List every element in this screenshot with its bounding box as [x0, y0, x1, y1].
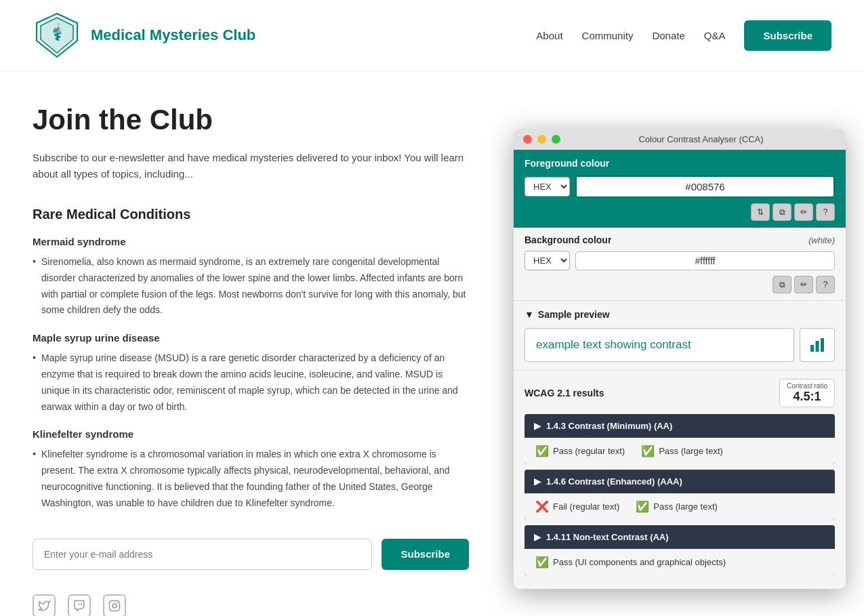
page-wrapper: ⚕ 🔬 Medical Mysteries Club About Communi…: [0, 0, 864, 616]
page-subtitle: Subscribe to our e-newsletter and have m…: [33, 150, 469, 182]
cca-aaa-result-2: ✅ Pass (large text): [636, 500, 718, 513]
cca-background-format-select[interactable]: HEX RGB: [524, 251, 570, 270]
navbar: ⚕ 🔬 Medical Mysteries Club About Communi…: [0, 0, 864, 71]
cca-bg-help-icon[interactable]: ?: [816, 276, 835, 293]
instagram-icon[interactable]: [103, 594, 126, 616]
twitter-icon[interactable]: [33, 594, 56, 616]
cca-accordion-aa: ▶ 1.4.3 Contrast (Minimum) (AA) ✅ Pass (…: [524, 414, 835, 464]
cca-accordion-aaa-header[interactable]: ▶ 1.4.6 Contrast (Enhanced) (AAA): [524, 470, 835, 493]
cca-accordion-aa-header[interactable]: ▶ 1.4.3 Contrast (Minimum) (AA): [524, 414, 835, 438]
cca-bg-label-row: Background colour (white): [524, 234, 835, 245]
cca-results-section: WCAG 2.1 results Contrast ratio 4.5:1 ▶ …: [514, 371, 846, 589]
condition-3-item: ▪ Klinefelter syndrome is a chromosomal …: [33, 447, 469, 511]
cca-aa-result-label-1: Pass (regular text): [553, 446, 625, 456]
cca-accordion-nontext-header[interactable]: ▶ 1.4.11 Non-text Contrast (AA): [524, 525, 835, 549]
cca-accordion-aa-arrow: ▶: [534, 421, 541, 431]
cca-titlebar: Colour Contrast Analyser (CCA): [514, 129, 846, 150]
cca-close-btn[interactable]: [523, 135, 532, 144]
svg-point-5: [112, 604, 117, 608]
cca-contrast-ratio-value: 4.5:1: [787, 390, 827, 404]
cca-foreground-row: HEX RGB: [524, 176, 835, 198]
cca-sort-icon[interactable]: ⇅: [751, 203, 770, 221]
cca-aaa-pass-icon-2: ✅: [636, 500, 649, 513]
cca-results-header: WCAG 2.1 results Contrast ratio 4.5:1: [524, 379, 835, 407]
cca-eyedropper-icon[interactable]: ✏: [794, 203, 813, 221]
cca-foreground-input[interactable]: [575, 176, 835, 198]
svg-rect-7: [810, 345, 814, 352]
cca-background-label: Background colour: [524, 234, 611, 245]
twitch-icon[interactable]: [68, 594, 91, 616]
svg-text:🔬: 🔬: [52, 22, 63, 34]
cca-accordion-aaa-label: 1.4.6 Contrast (Enhanced) (AAA): [546, 476, 682, 487]
cca-background-tools: ⧉ ✏ ?: [524, 276, 835, 293]
nav-link-donate[interactable]: Donate: [652, 30, 684, 41]
cca-foreground-tools: ⇅ ⧉ ✏ ?: [524, 203, 835, 221]
cca-body: Foreground colour HEX RGB ⇅ ⧉ ✏ ?: [514, 150, 846, 589]
cca-title-text: Colour Contrast Analyser (CCA): [566, 134, 836, 144]
condition-1-heading: Mermaid syndrome: [33, 236, 469, 247]
cca-foreground-format-select[interactable]: HEX RGB: [524, 177, 570, 197]
cca-sliders-icon[interactable]: ⧉: [773, 203, 791, 221]
svg-rect-4: [110, 600, 120, 611]
cca-help-icon[interactable]: ?: [816, 203, 835, 221]
conditions-section-heading: Rare Medical Conditions: [33, 207, 469, 222]
cca-aa-result-1: ✅ Pass (regular text): [535, 445, 625, 457]
condition-3-text: Klinefelter syndrome is a chromosomal va…: [41, 447, 469, 511]
cca-background-hint: (white): [808, 235, 835, 245]
cca-aa-result-label-2: Pass (large text): [659, 446, 723, 456]
cca-chart-button[interactable]: [800, 328, 835, 362]
condition-2-text: Maple syrup urine disease (MSUD) is a ra…: [41, 350, 469, 415]
nav-link-about[interactable]: About: [536, 30, 562, 41]
cca-minimize-btn[interactable]: [537, 135, 546, 144]
nav-logo[interactable]: ⚕ 🔬 Medical Mysteries Club: [33, 11, 255, 60]
cca-nontext-result-label-1: Pass (UI components and graphical object…: [553, 557, 726, 567]
bullet-icon-1: ▪: [33, 255, 36, 319]
cca-preview-arrow: ▼: [524, 309, 534, 320]
cca-accordion-aa-body: ✅ Pass (regular text) ✅ Pass (large text…: [524, 438, 835, 464]
cca-window: Colour Contrast Analyser (CCA) Foregroun…: [514, 129, 846, 589]
social-icons: [33, 594, 469, 616]
cca-aa-pass-icon-2: ✅: [641, 445, 655, 457]
cca-nontext-result-1: ✅ Pass (UI components and graphical obje…: [535, 556, 726, 569]
subscribe-button[interactable]: Subscribe: [382, 539, 469, 570]
cca-preview-toggle[interactable]: ▼ Sample preview: [524, 309, 835, 320]
condition-2-item: ▪ Maple syrup urine disease (MSUD) is a …: [33, 350, 469, 415]
cca-bg-sliders-icon[interactable]: ⧉: [773, 276, 791, 293]
cca-nontext-pass-icon-1: ✅: [535, 556, 549, 569]
cca-preview-label: Sample preview: [538, 309, 610, 320]
logo-icon: ⚕ 🔬: [33, 11, 81, 60]
cca-aa-pass-icon-1: ✅: [535, 445, 549, 457]
nav-link-community[interactable]: Community: [582, 30, 634, 41]
cca-accordion-nontext-label: 1.4.11 Non-text Contrast (AA): [546, 532, 669, 542]
cca-accordion-nontext-body: ✅ Pass (UI components and graphical obje…: [524, 549, 835, 575]
cca-aaa-fail-icon-1: ❌: [535, 500, 549, 513]
cca-aaa-result-label-2: Pass (large text): [653, 501, 718, 512]
cca-background-input[interactable]: [575, 251, 835, 270]
cca-bg-eyedropper-icon[interactable]: ✏: [794, 276, 813, 293]
page-content: Join the Club Subscribe to our e-newslet…: [0, 71, 501, 616]
svg-rect-8: [816, 341, 819, 352]
svg-rect-9: [821, 338, 824, 352]
cca-foreground-label: Foreground colour: [524, 158, 835, 169]
nav-links: About Community Donate Q&A Subscribe: [536, 20, 831, 51]
nav-subscribe-button[interactable]: Subscribe: [744, 20, 831, 51]
email-input[interactable]: [33, 539, 372, 570]
cca-foreground-section: Foreground colour HEX RGB ⇅ ⧉ ✏ ?: [514, 150, 846, 228]
cca-contrast-ratio-label: Contrast ratio: [787, 382, 827, 390]
condition-1-item: ▪ Sirenomelia, also known as mermaid syn…: [33, 254, 469, 319]
cca-aa-result-2: ✅ Pass (large text): [641, 445, 723, 457]
page-title: Join the Club: [33, 104, 469, 136]
cca-results-label: WCAG 2.1 results: [524, 388, 604, 398]
bullet-icon-2: ▪: [33, 352, 36, 415]
cca-preview-text: example text showing contrast: [524, 328, 794, 362]
cca-accordion-nontext: ▶ 1.4.11 Non-text Contrast (AA) ✅ Pass (…: [524, 525, 835, 575]
condition-3-heading: Klinefelter syndrome: [33, 428, 469, 440]
cca-aaa-result-label-1: Fail (regular text): [553, 501, 619, 512]
cca-maximize-btn[interactable]: [552, 135, 560, 144]
cca-background-row: HEX RGB: [524, 251, 835, 270]
svg-point-6: [117, 602, 118, 603]
cca-accordion-aaa-arrow: ▶: [534, 476, 541, 487]
cca-accordion-aa-label: 1.4.3 Contrast (Minimum) (AA): [546, 421, 672, 431]
nav-link-qa[interactable]: Q&A: [704, 30, 726, 41]
cca-accordion-aaa-body: ❌ Fail (regular text) ✅ Pass (large text…: [524, 493, 835, 520]
